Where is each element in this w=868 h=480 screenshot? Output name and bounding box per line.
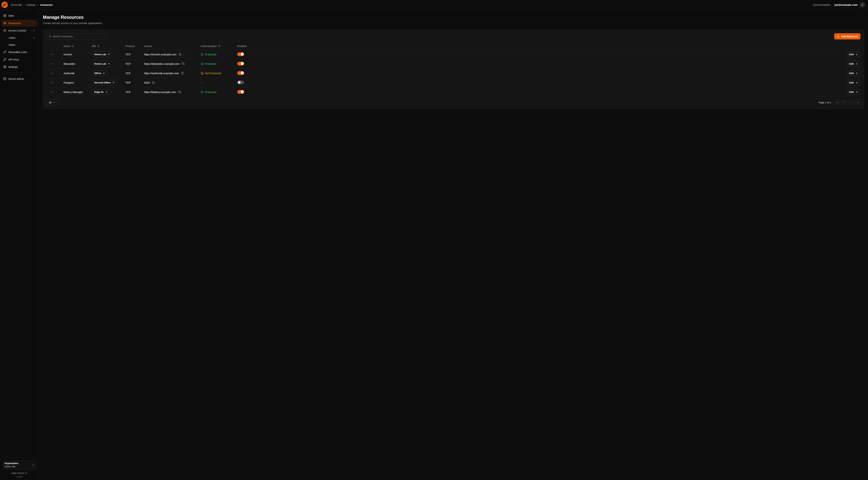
copy-button[interactable]	[152, 81, 155, 84]
grid-icon	[3, 14, 6, 17]
breadcrumb-settings[interactable]: settings	[26, 3, 35, 6]
enabled-toggle[interactable]	[237, 62, 244, 65]
top-bar-right: Documentation joe@example.com J	[813, 2, 865, 8]
pangolin-logo-icon[interactable]	[1, 2, 8, 8]
server-icon	[3, 77, 6, 80]
documentation-link[interactable]: Documentation	[813, 3, 831, 6]
breadcrumb: home-lab > settings > resources	[11, 3, 53, 6]
sidebar-item-shareable-links[interactable]: Shareable Links	[1, 49, 37, 55]
page-size-select[interactable]: 20	[47, 100, 58, 106]
pager: Page 1 of 1	[818, 100, 860, 105]
resource-name: Immich	[63, 53, 92, 56]
search-input[interactable]	[47, 33, 106, 39]
external-link-icon	[25, 472, 27, 474]
first-page-button[interactable]	[835, 100, 840, 105]
sidebar-item-api-keys[interactable]: API Keys	[1, 56, 37, 63]
edit-button[interactable]: Edit	[847, 89, 861, 95]
breadcrumb-separator: >	[37, 3, 38, 6]
breadcrumb-current: resources	[40, 3, 53, 6]
arrow-up-right-icon	[112, 82, 115, 84]
search-box	[47, 33, 106, 39]
sidebar-item-label: Server Admin	[8, 78, 35, 80]
row-menu-button[interactable]	[49, 52, 54, 57]
auth-status-label: Not Protected	[205, 72, 221, 75]
copy-button[interactable]	[178, 53, 182, 56]
enabled-toggle[interactable]	[237, 90, 244, 94]
edit-button[interactable]: Edit	[847, 70, 861, 76]
site-link-button[interactable]: Office	[92, 70, 108, 76]
table-header-row: Name Site Protocol Access	[47, 42, 860, 50]
enabled-toggle[interactable]	[237, 71, 244, 75]
chevrons-right-icon	[857, 101, 859, 104]
column-site[interactable]: Site	[92, 45, 125, 48]
row-menu-button[interactable]	[49, 61, 54, 67]
shield-check-icon	[201, 53, 204, 56]
previous-page-button[interactable]	[841, 100, 847, 105]
access-url: https://authentik.example.com	[144, 72, 179, 75]
edit-button[interactable]: Edit	[847, 52, 861, 57]
sort-icon	[218, 45, 220, 47]
toggle-knob	[241, 62, 244, 65]
next-page-button[interactable]	[848, 100, 854, 105]
main-content: Manage Resources Create secure proxies t…	[39, 10, 868, 480]
page-subtitle: Create secure proxies to your private ap…	[43, 22, 864, 25]
sidebar-item-roles[interactable]: Roles	[1, 41, 37, 48]
enabled-toggle[interactable]	[237, 52, 244, 56]
column-protocol: Protocol	[125, 45, 144, 48]
sort-icon	[97, 45, 99, 47]
copy-button[interactable]	[181, 71, 184, 75]
org-label: Organization	[4, 462, 18, 464]
breadcrumb-org[interactable]: home-lab	[11, 3, 22, 6]
toggle-knob	[241, 71, 244, 74]
access-cell: https://immich.example.com	[144, 53, 201, 56]
access-cell: 5432	[144, 81, 201, 84]
org-selector[interactable]: Organization Home Lab	[2, 461, 36, 470]
access-cell: https://bitwarden.example.com	[144, 62, 201, 65]
waypoints-icon	[3, 22, 6, 25]
arrow-right-icon	[855, 82, 858, 84]
site-link-button[interactable]: Home Lab	[92, 61, 113, 67]
user-email[interactable]: joe@example.com	[835, 3, 858, 6]
site-link-button[interactable]: Edge 01	[92, 89, 110, 95]
row-menu-button[interactable]	[49, 70, 54, 76]
gear-icon	[3, 65, 6, 68]
edit-button[interactable]: Edit	[847, 80, 861, 85]
column-name[interactable]: Name	[63, 45, 92, 48]
chevron-down-icon	[53, 101, 56, 104]
user-avatar[interactable]: J	[860, 2, 865, 8]
key-icon	[3, 58, 6, 61]
arrow-right-icon	[855, 91, 858, 93]
chevrons-up-down-icon	[32, 464, 35, 466]
last-page-button[interactable]	[855, 100, 860, 105]
copy-icon	[182, 62, 185, 65]
row-menu-button[interactable]	[49, 89, 54, 95]
sidebar: Sites Resources Access Control	[0, 10, 39, 480]
toggle-knob	[241, 53, 244, 56]
sidebar-item-users[interactable]: Users	[1, 35, 37, 41]
protocol: TCP	[125, 62, 144, 65]
auth-status-label: Protected	[205, 62, 216, 65]
shield-check-icon	[201, 62, 204, 65]
sidebar-item-access-control[interactable]: Access Control	[1, 27, 37, 34]
avatar-initial: J	[862, 3, 863, 6]
copy-icon	[152, 81, 155, 84]
row-menu-button[interactable]	[49, 80, 54, 85]
copy-button[interactable]	[182, 62, 185, 65]
edit-button[interactable]: Edit	[847, 61, 861, 67]
add-resource-button[interactable]: Add Resource	[834, 33, 860, 39]
enabled-toggle[interactable]	[237, 81, 244, 84]
site-link-button[interactable]: Home Lab	[92, 52, 113, 57]
sidebar-item-settings[interactable]: Settings	[1, 63, 37, 70]
site-link-button[interactable]: Second Office	[92, 80, 117, 85]
open-source-link[interactable]: Open Source	[11, 472, 27, 474]
sidebar-item-sites[interactable]: Sites	[1, 12, 37, 19]
chevron-left-icon	[843, 101, 845, 104]
column-authentication[interactable]: Authentication	[201, 45, 237, 48]
sidebar-item-label: Resources	[8, 22, 35, 25]
sidebar-item-server-admin[interactable]: Server Admin	[1, 76, 37, 82]
sidebar-item-resources[interactable]: Resources	[1, 20, 37, 26]
resources-card: Add Resource Name Site	[43, 30, 864, 109]
ellipsis-icon	[50, 81, 53, 84]
toggle-knob	[238, 81, 241, 84]
copy-button[interactable]	[178, 90, 181, 94]
